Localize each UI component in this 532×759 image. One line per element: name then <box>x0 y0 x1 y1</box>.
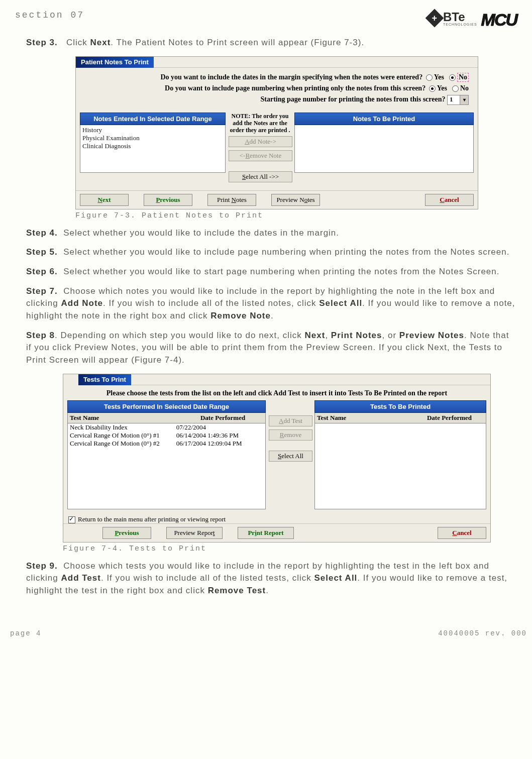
s8d: , or <box>382 331 399 340</box>
bte-logo: BTe TECHNOLOGIES <box>428 10 477 26</box>
remove-note-button[interactable]: <-Remove Note <box>229 150 292 161</box>
page-number: page 4 <box>10 629 41 637</box>
q2-yes-radio[interactable] <box>429 85 436 92</box>
step-4-text: Select whether you would like to include… <box>63 228 339 238</box>
bte-text: BTe <box>443 10 477 24</box>
select-all-button[interactable]: Select All ->> <box>229 171 292 182</box>
list-item[interactable]: History <box>82 126 223 134</box>
cell: Neck Disability Index <box>70 423 176 431</box>
q1-no-radio[interactable] <box>449 74 456 81</box>
patient-notes-dialog: Patient Notes To Print Do you want to in… <box>75 56 478 209</box>
order-note: NOTE: The order you add the Notes are th… <box>229 113 291 136</box>
option-row-pagenum: Do you want to include page numbering wh… <box>85 84 469 92</box>
s9b3: Remove Test <box>208 586 266 595</box>
s8a: . Depending on which step you would like… <box>55 331 304 340</box>
col-date-performed-r: Date Performed <box>413 413 486 423</box>
step-3-text-b: . The Patient Notes to Print screen will… <box>111 38 364 47</box>
q2-no-radio[interactable] <box>452 85 459 92</box>
s7b3: Remove Note <box>210 311 271 320</box>
q2-yes-label: Yes <box>437 84 447 92</box>
tests-left-col-headers: Test Name Date Performed <box>67 413 266 423</box>
q1-yes-radio[interactable] <box>426 74 433 81</box>
print-report-button[interactable]: Print Report <box>238 527 294 539</box>
select-all-tests-button[interactable]: Select All <box>269 451 312 462</box>
step-6-label: Step 6. <box>26 267 58 276</box>
combo-value: 1 <box>448 95 460 103</box>
cancel-button[interactable]: Cancel <box>425 194 474 206</box>
s8b2: Print Notes <box>331 331 382 340</box>
list-item[interactable]: Physical Examination <box>82 134 223 142</box>
q2-text: Do you want to include page numbering wh… <box>165 84 425 92</box>
col-test-name: Test Name <box>68 413 180 423</box>
step-7: Step 7. Choose which notes you would lik… <box>26 285 517 322</box>
print-notes-button[interactable]: Print Notes <box>207 194 256 206</box>
table-row[interactable]: Neck Disability Index07/22/2004 <box>68 423 265 431</box>
option-row-startpage: Starting page number for printing the no… <box>85 95 469 105</box>
s9c: . If you wish to include all of the list… <box>101 573 314 583</box>
notes-to-print-header: Notes To Be Printed <box>294 113 474 125</box>
cell: 06/14/2004 1:49:36 PM <box>176 431 263 440</box>
return-main-label: Return to the main menu after printing o… <box>78 515 226 523</box>
previous-button[interactable]: Previous <box>144 194 192 206</box>
step-6-text: Select whether you would like to start p… <box>63 267 499 276</box>
q2-no-label: No <box>460 84 469 92</box>
q1-text: Do you want to include the dates in the … <box>160 73 422 81</box>
s9b1: Add Test <box>61 573 100 583</box>
dialog-title: Patient Notes To Print <box>76 57 154 68</box>
cell: 06/17/2004 12:09:04 PM <box>176 440 263 448</box>
step-3: Step 3. Click Next. The Patient Notes to… <box>26 37 517 49</box>
step-6: Step 6. Select whether you would like to… <box>26 266 517 278</box>
return-main-checkbox[interactable] <box>68 516 75 523</box>
tests-to-print-listbox[interactable] <box>314 423 486 509</box>
s9e: . <box>266 586 269 595</box>
step-4: Step 4. Select whether you would like to… <box>26 227 517 240</box>
remove-test-button[interactable]: Remove <box>269 429 312 441</box>
tests-instruction: Please choose the tests from the list on… <box>63 385 490 400</box>
tests-performed-listbox[interactable]: Neck Disability Index07/22/2004 Cervical… <box>67 423 266 509</box>
q3-text: Starting page number for printing the no… <box>260 95 445 103</box>
q1-no-label: No <box>457 73 469 82</box>
tests-performed-header: Tests Performed In Selected Date Range <box>67 400 266 413</box>
chevron-down-icon[interactable]: ▾ <box>460 95 468 104</box>
table-row[interactable]: Cervical Range Of Motion (0°) #106/14/20… <box>68 431 265 440</box>
s7b2: Select All <box>319 298 362 308</box>
s7b1: Add Note <box>61 298 103 308</box>
preview-notes-button[interactable]: Preview Notes <box>271 194 320 206</box>
s8c: , <box>325 331 331 340</box>
list-item[interactable]: Clinical Diagnosis <box>82 142 223 150</box>
table-row[interactable]: Cervical Range Of Motion (0°) #206/17/20… <box>68 440 265 448</box>
step-5-text: Select whether you would like to include… <box>63 247 509 257</box>
add-test-button[interactable]: Add Test <box>269 415 312 426</box>
logo-block: BTe TECHNOLOGIES MCU <box>428 10 517 30</box>
col-test-name-r: Test Name <box>315 413 413 423</box>
cell: 07/22/2004 <box>176 423 263 431</box>
col-date-performed: Date Performed <box>180 413 265 423</box>
bte-diamond-icon <box>425 9 444 28</box>
dialog-titlebar: Patient Notes To Print <box>76 57 478 68</box>
step-9-label: Step 9. <box>26 561 58 571</box>
s9b2: Select All <box>314 573 357 583</box>
tests-to-print-header: Tests To Be Printed <box>314 400 486 413</box>
notes-entered-listbox[interactable]: History Physical Examination Clinical Di… <box>80 125 226 173</box>
startpage-combo[interactable]: 1▾ <box>447 95 469 105</box>
doc-id: 40040005 rev. 000 <box>438 629 527 637</box>
preview-report-button[interactable]: Preview Report <box>166 527 223 539</box>
option-row-dates: Do you want to include the dates in the … <box>85 73 469 82</box>
s7c: . If you wish to include all of the list… <box>103 298 319 308</box>
step-9: Step 9. Choose which tests you would lik… <box>26 560 517 597</box>
notes-to-print-listbox[interactable] <box>294 125 474 173</box>
return-main-row: Return to the main menu after printing o… <box>63 512 490 523</box>
cancel-button-2[interactable]: Cancel <box>438 527 486 539</box>
cell: Cervical Range Of Motion (0°) #1 <box>70 431 176 440</box>
step-8: Step 8. Depending on which step you woul… <box>26 330 517 367</box>
bte-subtext: TECHNOLOGIES <box>443 23 477 26</box>
s8b3: Preview Notes <box>399 331 464 340</box>
step-3-label: Step 3. <box>26 38 58 47</box>
previous-button-2[interactable]: Previous <box>102 527 151 539</box>
mcu-logo: MCU <box>481 10 517 30</box>
next-button[interactable]: Next <box>80 194 129 206</box>
step-5-label: Step 5. <box>26 247 58 257</box>
step-7-label: Step 7. <box>26 286 58 296</box>
dialog-titlebar-2: Tests To Print <box>63 374 490 385</box>
add-note-button[interactable]: Add Note-> <box>229 136 292 147</box>
